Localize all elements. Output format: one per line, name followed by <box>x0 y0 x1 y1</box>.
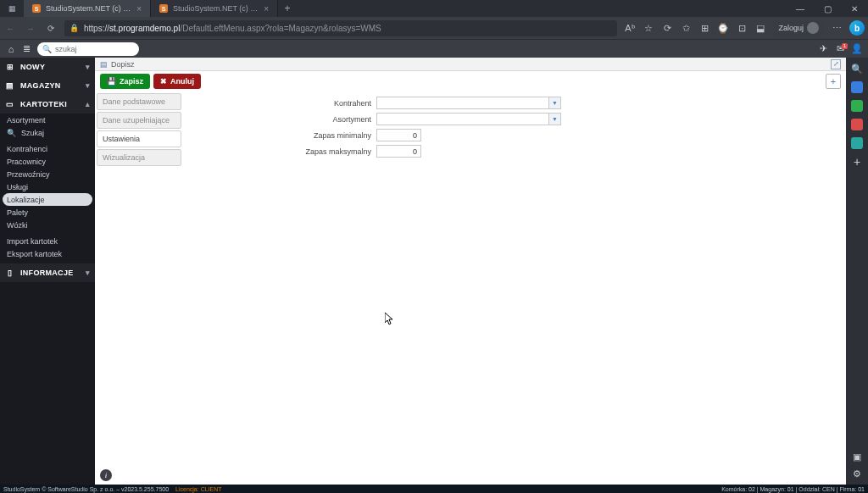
tab-wizualizacja[interactable]: Wizualizacja <box>97 149 181 166</box>
close-icon[interactable]: × <box>136 4 142 14</box>
save-icon: 💾 <box>107 77 116 86</box>
sidebar-collapse-icon[interactable]: ▣ <box>851 451 863 463</box>
dropdown-kontrahent[interactable]: ▼ <box>376 97 561 109</box>
status-bar: StudioSystem © SoftwareStudio Sp. z o.o.… <box>0 485 868 493</box>
history-icon[interactable]: ⌚ <box>714 18 732 38</box>
sidebar-item-pracownicy[interactable]: Pracownicy <box>0 155 95 168</box>
search-icon[interactable]: 🔍 <box>851 63 863 75</box>
extensions-icon[interactable]: ⊡ <box>732 18 751 38</box>
menu-icon[interactable]: ≣ <box>19 42 34 57</box>
sidebar-item-wozki[interactable]: Wózki <box>0 219 95 231</box>
tab-strip: S StudioSystem.NET (c) SoftwareS… × S St… <box>24 0 297 17</box>
cancel-icon: ✖ <box>160 77 167 86</box>
sidebar-header-label: INFORMACJE <box>20 269 74 277</box>
badge: 1 <box>842 43 848 49</box>
lock-icon: 🔒 <box>70 24 79 32</box>
close-button[interactable]: ✕ <box>841 0 868 17</box>
document-icon: ▯ <box>5 269 15 277</box>
login-label: Zaloguj <box>778 24 804 32</box>
sidebar-header-informacje[interactable]: ▯ INFORMACJE ▾ <box>0 263 95 282</box>
panel-title: Dopisz <box>111 60 135 69</box>
sidebar-app-3[interactable] <box>851 119 863 130</box>
sidebar-item-import[interactable]: Import kartotek <box>0 235 95 247</box>
save-button[interactable]: 💾 Zapisz <box>100 74 150 89</box>
bing-icon[interactable]: b <box>849 20 865 36</box>
send-icon[interactable]: ✈ <box>815 42 831 57</box>
minimize-button[interactable]: — <box>787 0 814 17</box>
input-zapas-min[interactable]: 0 <box>376 129 421 141</box>
home-icon[interactable]: ⌂ <box>3 42 19 57</box>
sidebar-app-4[interactable] <box>851 137 863 149</box>
search-box[interactable]: 🔍 szukaj <box>37 42 139 56</box>
sidebar-header-label: MAGAZYN <box>20 81 61 90</box>
sidebar-item-szukaj[interactable]: 🔍Szukaj <box>0 126 95 139</box>
label-asortyment: Asortyment <box>190 115 373 124</box>
dropdown-asortyment[interactable]: ▼ <box>376 113 561 125</box>
save-label: Zapisz <box>120 77 143 86</box>
sidebar-item-przewoznicy[interactable]: Przewoźnicy <box>0 168 95 180</box>
cancel-button[interactable]: ✖ Anuluj <box>153 74 201 89</box>
browser-tab-2[interactable]: S StudioSystem.NET (c) SoftwareS… × <box>151 0 278 17</box>
tab-dane-podstawowe[interactable]: Dane podstawowe <box>97 93 181 110</box>
label-kontrahent: Kontrahent <box>190 99 373 108</box>
new-tab-button[interactable]: + <box>278 0 297 17</box>
form-tabs: Dane podstawowe Dane uzupełniające Ustaw… <box>95 91 183 485</box>
tab-dane-uzupelniajace[interactable]: Dane uzupełniające <box>97 112 181 129</box>
sidebar-item-kontrahenci[interactable]: Kontrahenci <box>0 142 95 155</box>
sidebar-app-2[interactable] <box>851 100 863 112</box>
content-area: ▤ Dopisz ⤢ 💾 Zapisz ✖ Anuluj + Dane pods… <box>95 58 846 485</box>
sidebar-header-nowy[interactable]: ⊞ NOWY ▾ <box>0 58 95 76</box>
toolbar-actions: Aᵇ ☆ ⟳ ✩ ⊞ ⌚ ⊡ ⬓ <box>620 18 770 38</box>
folder-icon: ▭ <box>5 100 15 108</box>
tab-ustawienia[interactable]: Ustawienia <box>97 130 181 147</box>
favorite-icon[interactable]: ☆ <box>639 18 658 38</box>
collections-icon[interactable]: ⊞ <box>695 18 714 38</box>
sidebar-item-palety[interactable]: Palety <box>0 206 95 219</box>
sidebar-item-uslugi[interactable]: Usługi <box>0 180 95 193</box>
sidebar-item-eksport[interactable]: Eksport kartotek <box>0 247 95 260</box>
chevron-down-icon: ▾ <box>86 63 90 71</box>
site-toolbar: ⌂ ≣ 🔍 szukaj ✈ ✉1 👤 <box>0 39 868 58</box>
expand-icon[interactable]: ⤢ <box>831 59 841 69</box>
chevron-down-icon[interactable]: ▼ <box>548 114 560 125</box>
input-zapas-max[interactable]: 0 <box>376 145 421 158</box>
info-icon[interactable]: i <box>100 469 112 481</box>
login-button[interactable]: Zaloguj <box>773 20 824 36</box>
downloads-icon[interactable]: ⬓ <box>751 18 770 38</box>
sidebar: ⊞ NOWY ▾ ▤ MAGAZYN ▾ ▭ KARTOTEKI ▴ Asort… <box>0 58 95 485</box>
mail-icon[interactable]: ✉1 <box>832 42 848 57</box>
sidebar-add[interactable]: + <box>851 156 863 168</box>
browser-tab-1[interactable]: S StudioSystem.NET (c) SoftwareS… × <box>24 0 151 17</box>
panel-header: ▤ Dopisz ⤢ <box>95 58 846 71</box>
user-icon[interactable]: 👤 <box>849 42 865 57</box>
sidebar-app-1[interactable] <box>851 81 863 93</box>
label-zapas-min: Zapas minimalny <box>190 131 373 140</box>
sidebar-header-label: KARTOTEKI <box>20 100 67 108</box>
status-license: Licencja: CLIENT <box>175 486 221 492</box>
chevron-down-icon: ▾ <box>86 81 90 90</box>
read-aloud-icon[interactable]: Aᵇ <box>620 18 639 38</box>
more-icon[interactable]: ⋯ <box>827 18 846 38</box>
sidebar-item-asortyment[interactable]: Asortyment <box>0 114 95 126</box>
form-panel: Kontrahent ▼ Asortyment ▼ Zapas minimaln… <box>183 91 846 485</box>
avatar-icon <box>807 22 819 34</box>
status-left: StudioSystem © SoftwareStudio Sp. z o.o.… <box>3 486 169 492</box>
warehouse-icon: ▤ <box>5 81 15 90</box>
close-icon[interactable]: × <box>264 4 269 14</box>
chevron-down-icon[interactable]: ▼ <box>548 97 560 108</box>
forward-button[interactable]: → <box>20 18 41 38</box>
chevron-up-icon: ▴ <box>86 100 90 108</box>
maximize-button[interactable]: ▢ <box>814 0 841 17</box>
sidebar-item-lokalizacje[interactable]: Lokalizacje <box>3 193 92 206</box>
favorites-bar-icon[interactable]: ✩ <box>676 18 695 38</box>
back-button[interactable]: ← <box>0 18 20 38</box>
add-button[interactable]: + <box>826 74 841 89</box>
address-bar[interactable]: 🔒 https://st.programdemo.pl/DefaultLeftM… <box>64 20 617 36</box>
browser-toolbar: ← → ⟳ 🔒 https://st.programdemo.pl/Defaul… <box>0 17 868 39</box>
sidebar-header-kartoteki[interactable]: ▭ KARTOTEKI ▴ <box>0 95 95 114</box>
window-titlebar: ▦ S StudioSystem.NET (c) SoftwareS… × S … <box>0 0 868 17</box>
settings-icon[interactable]: ⚙ <box>851 468 863 479</box>
sync-icon[interactable]: ⟳ <box>658 18 676 38</box>
reload-button[interactable]: ⟳ <box>41 18 61 38</box>
sidebar-header-magazyn[interactable]: ▤ MAGAZYN ▾ <box>0 76 95 95</box>
